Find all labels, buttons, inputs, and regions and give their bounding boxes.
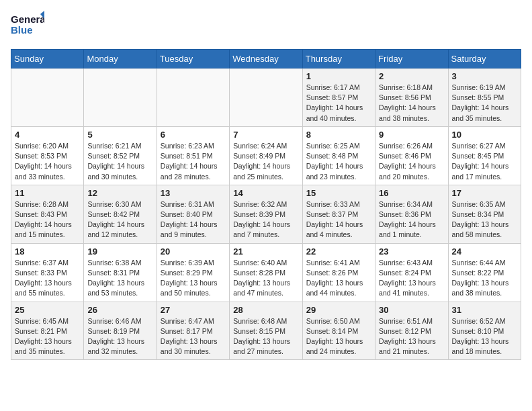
cell-info: Sunrise: 6:37 AM Sunset: 8:33 PM Dayligh… xyxy=(15,258,80,299)
calendar-cell: 12Sunrise: 6:30 AM Sunset: 8:42 PM Dayli… xyxy=(84,185,157,243)
calendar-cell: 3Sunrise: 6:19 AM Sunset: 8:55 PM Daylig… xyxy=(448,68,521,127)
day-number: 6 xyxy=(161,130,226,140)
day-number: 1 xyxy=(306,71,371,81)
cell-info: Sunrise: 6:44 AM Sunset: 8:22 PM Dayligh… xyxy=(452,258,517,299)
cell-info: Sunrise: 6:43 AM Sunset: 8:24 PM Dayligh… xyxy=(379,258,444,299)
calendar-cell xyxy=(230,68,302,127)
calendar-cell: 9Sunrise: 6:26 AM Sunset: 8:46 PM Daylig… xyxy=(375,126,448,185)
cell-info: Sunrise: 6:17 AM Sunset: 8:57 PM Dayligh… xyxy=(306,83,371,124)
weekday-header-tuesday: Tuesday xyxy=(157,50,229,68)
calendar-cell: 17Sunrise: 6:35 AM Sunset: 8:34 PM Dayli… xyxy=(448,185,521,243)
day-number: 26 xyxy=(87,305,152,315)
cell-info: Sunrise: 6:27 AM Sunset: 8:45 PM Dayligh… xyxy=(452,141,517,182)
calendar-week-2: 4Sunrise: 6:20 AM Sunset: 8:53 PM Daylig… xyxy=(11,126,521,185)
calendar-cell: 28Sunrise: 6:48 AM Sunset: 8:15 PM Dayli… xyxy=(230,302,302,360)
calendar-week-4: 18Sunrise: 6:37 AM Sunset: 8:33 PM Dayli… xyxy=(11,243,521,302)
cell-info: Sunrise: 6:23 AM Sunset: 8:51 PM Dayligh… xyxy=(161,141,226,182)
day-number: 23 xyxy=(379,246,444,257)
weekday-header-wednesday: Wednesday xyxy=(230,50,302,68)
svg-text:General: General xyxy=(11,13,44,25)
svg-text:Blue: Blue xyxy=(11,24,33,36)
weekday-header-monday: Monday xyxy=(84,50,157,68)
day-number: 14 xyxy=(233,188,298,198)
day-number: 5 xyxy=(87,130,152,140)
calendar-cell: 20Sunrise: 6:39 AM Sunset: 8:29 PM Dayli… xyxy=(157,243,229,302)
calendar-cell: 16Sunrise: 6:34 AM Sunset: 8:36 PM Dayli… xyxy=(375,185,448,243)
cell-info: Sunrise: 6:45 AM Sunset: 8:21 PM Dayligh… xyxy=(15,316,80,357)
day-number: 25 xyxy=(15,305,80,315)
calendar-cell: 19Sunrise: 6:38 AM Sunset: 8:31 PM Dayli… xyxy=(84,243,157,302)
header: General Blue xyxy=(11,11,521,41)
cell-info: Sunrise: 6:25 AM Sunset: 8:48 PM Dayligh… xyxy=(306,141,371,182)
cell-info: Sunrise: 6:28 AM Sunset: 8:43 PM Dayligh… xyxy=(15,199,80,240)
day-number: 30 xyxy=(379,305,444,315)
calendar-cell: 14Sunrise: 6:32 AM Sunset: 8:39 PM Dayli… xyxy=(230,185,302,243)
calendar-cell xyxy=(157,68,229,127)
day-number: 27 xyxy=(161,305,226,315)
cell-info: Sunrise: 6:47 AM Sunset: 8:17 PM Dayligh… xyxy=(161,316,226,357)
calendar-cell: 25Sunrise: 6:45 AM Sunset: 8:21 PM Dayli… xyxy=(11,302,84,360)
day-number: 12 xyxy=(87,188,152,198)
cell-info: Sunrise: 6:38 AM Sunset: 8:31 PM Dayligh… xyxy=(87,258,152,299)
day-number: 9 xyxy=(379,130,444,140)
calendar-cell xyxy=(11,68,84,127)
weekday-header-sunday: Sunday xyxy=(11,50,84,68)
day-number: 19 xyxy=(87,246,152,257)
day-number: 7 xyxy=(233,130,298,140)
cell-info: Sunrise: 6:51 AM Sunset: 8:12 PM Dayligh… xyxy=(379,316,444,357)
cell-info: Sunrise: 6:31 AM Sunset: 8:40 PM Dayligh… xyxy=(161,199,226,240)
calendar-cell: 26Sunrise: 6:46 AM Sunset: 8:19 PM Dayli… xyxy=(84,302,157,360)
cell-info: Sunrise: 6:26 AM Sunset: 8:46 PM Dayligh… xyxy=(379,141,444,182)
calendar-cell: 27Sunrise: 6:47 AM Sunset: 8:17 PM Dayli… xyxy=(157,302,229,360)
cell-info: Sunrise: 6:52 AM Sunset: 8:10 PM Dayligh… xyxy=(452,316,517,357)
calendar-cell: 13Sunrise: 6:31 AM Sunset: 8:40 PM Dayli… xyxy=(157,185,229,243)
calendar-cell: 6Sunrise: 6:23 AM Sunset: 8:51 PM Daylig… xyxy=(157,126,229,185)
cell-info: Sunrise: 6:40 AM Sunset: 8:28 PM Dayligh… xyxy=(233,258,298,299)
day-number: 11 xyxy=(15,188,80,198)
day-number: 21 xyxy=(233,246,298,257)
logo: General Blue xyxy=(11,11,47,41)
day-number: 28 xyxy=(233,305,298,315)
day-number: 8 xyxy=(306,130,371,140)
cell-info: Sunrise: 6:41 AM Sunset: 8:26 PM Dayligh… xyxy=(306,258,371,299)
calendar-cell: 8Sunrise: 6:25 AM Sunset: 8:48 PM Daylig… xyxy=(302,126,375,185)
day-number: 4 xyxy=(15,130,80,140)
day-number: 20 xyxy=(161,246,226,257)
calendar-cell: 4Sunrise: 6:20 AM Sunset: 8:53 PM Daylig… xyxy=(11,126,84,185)
calendar-cell: 29Sunrise: 6:50 AM Sunset: 8:14 PM Dayli… xyxy=(302,302,375,360)
day-number: 2 xyxy=(379,71,444,81)
calendar-cell: 30Sunrise: 6:51 AM Sunset: 8:12 PM Dayli… xyxy=(375,302,448,360)
cell-info: Sunrise: 6:48 AM Sunset: 8:15 PM Dayligh… xyxy=(233,316,298,357)
cell-info: Sunrise: 6:46 AM Sunset: 8:19 PM Dayligh… xyxy=(87,316,152,357)
calendar-cell: 10Sunrise: 6:27 AM Sunset: 8:45 PM Dayli… xyxy=(448,126,521,185)
cell-info: Sunrise: 6:33 AM Sunset: 8:37 PM Dayligh… xyxy=(306,199,371,240)
cell-info: Sunrise: 6:30 AM Sunset: 8:42 PM Dayligh… xyxy=(87,199,152,240)
weekday-header-friday: Friday xyxy=(375,50,448,68)
calendar-header-row: SundayMondayTuesdayWednesdayThursdayFrid… xyxy=(11,50,521,68)
calendar-cell: 24Sunrise: 6:44 AM Sunset: 8:22 PM Dayli… xyxy=(448,243,521,302)
day-number: 17 xyxy=(452,188,517,198)
cell-info: Sunrise: 6:21 AM Sunset: 8:52 PM Dayligh… xyxy=(87,141,152,182)
calendar-cell: 15Sunrise: 6:33 AM Sunset: 8:37 PM Dayli… xyxy=(302,185,375,243)
calendar-week-5: 25Sunrise: 6:45 AM Sunset: 8:21 PM Dayli… xyxy=(11,302,521,360)
calendar-cell: 2Sunrise: 6:18 AM Sunset: 8:56 PM Daylig… xyxy=(375,68,448,127)
cell-info: Sunrise: 6:18 AM Sunset: 8:56 PM Dayligh… xyxy=(379,83,444,124)
calendar-cell: 11Sunrise: 6:28 AM Sunset: 8:43 PM Dayli… xyxy=(11,185,84,243)
cell-info: Sunrise: 6:19 AM Sunset: 8:55 PM Dayligh… xyxy=(452,83,517,124)
calendar-cell: 18Sunrise: 6:37 AM Sunset: 8:33 PM Dayli… xyxy=(11,243,84,302)
day-number: 31 xyxy=(452,305,517,315)
calendar-cell: 31Sunrise: 6:52 AM Sunset: 8:10 PM Dayli… xyxy=(448,302,521,360)
cell-info: Sunrise: 6:39 AM Sunset: 8:29 PM Dayligh… xyxy=(161,258,226,299)
calendar-week-3: 11Sunrise: 6:28 AM Sunset: 8:43 PM Dayli… xyxy=(11,185,521,243)
cell-info: Sunrise: 6:50 AM Sunset: 8:14 PM Dayligh… xyxy=(306,316,371,357)
cell-info: Sunrise: 6:34 AM Sunset: 8:36 PM Dayligh… xyxy=(379,199,444,240)
cell-info: Sunrise: 6:24 AM Sunset: 8:49 PM Dayligh… xyxy=(233,141,298,182)
day-number: 16 xyxy=(379,188,444,198)
calendar-cell: 1Sunrise: 6:17 AM Sunset: 8:57 PM Daylig… xyxy=(302,68,375,127)
day-number: 29 xyxy=(306,305,371,315)
cell-info: Sunrise: 6:20 AM Sunset: 8:53 PM Dayligh… xyxy=(15,141,80,182)
day-number: 3 xyxy=(452,71,517,81)
weekday-header-saturday: Saturday xyxy=(448,50,521,68)
day-number: 13 xyxy=(161,188,226,198)
cell-info: Sunrise: 6:32 AM Sunset: 8:39 PM Dayligh… xyxy=(233,199,298,240)
